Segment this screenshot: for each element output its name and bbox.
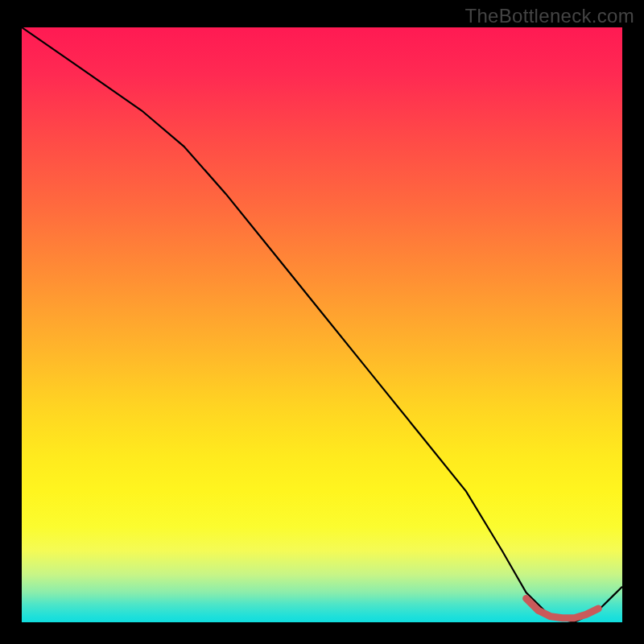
bottleneck-curve-line — [22, 27, 622, 622]
chart-svg — [22, 27, 622, 622]
watermark-text: TheBottleneck.com — [464, 5, 634, 27]
optimal-segment-line — [526, 598, 599, 617]
chart-plot-area — [22, 27, 622, 622]
